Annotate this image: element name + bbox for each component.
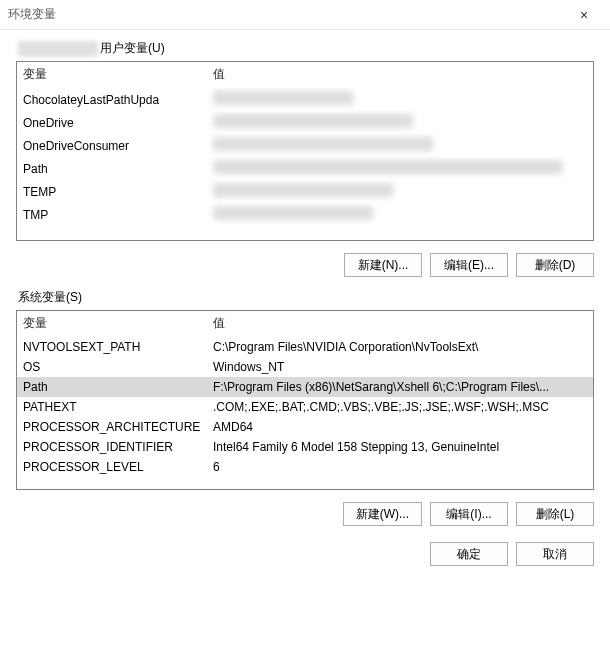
variable-value: 6 — [207, 457, 593, 477]
user-new-button[interactable]: 新建(N)... — [344, 253, 422, 277]
table-row[interactable]: Path — [17, 157, 593, 180]
table-row[interactable]: TEMP — [17, 180, 593, 203]
table-row[interactable]: OneDrive — [17, 111, 593, 134]
system-variables-table: 变量 值 NVTOOLSEXT_PATHC:\Program Files\NVI… — [16, 310, 594, 490]
variable-name: NVTOOLSEXT_PATH — [17, 337, 207, 358]
window-title: 环境变量 — [8, 6, 56, 23]
user-edit-button[interactable]: 编辑(E)... — [430, 253, 508, 277]
variable-value-redacted — [207, 157, 593, 180]
variable-name: TEMP — [17, 180, 207, 203]
variable-value: C:\Program Files\NVIDIA Corporation\NvTo… — [207, 337, 593, 358]
variable-value: Windows_NT — [207, 357, 593, 377]
table-row[interactable]: OneDriveConsumer — [17, 134, 593, 157]
close-button[interactable]: × — [562, 0, 606, 30]
variable-name: ChocolateyLastPathUpda — [17, 88, 207, 112]
variable-value-redacted — [207, 111, 593, 134]
user-table-scroll[interactable]: 变量 值 ChocolateyLastPathUpdaOneDriveOneDr… — [17, 62, 593, 240]
system-table-scroll[interactable]: 变量 值 NVTOOLSEXT_PATHC:\Program Files\NVI… — [17, 311, 593, 489]
user-table-header-name[interactable]: 变量 — [17, 62, 207, 88]
variable-name: PATHEXT — [17, 397, 207, 417]
variable-name: PROCESSOR_IDENTIFIER — [17, 437, 207, 457]
table-row[interactable]: ChocolateyLastPathUpda — [17, 88, 593, 112]
table-row[interactable]: NVTOOLSEXT_PATHC:\Program Files\NVIDIA C… — [17, 337, 593, 358]
system-table-header-name[interactable]: 变量 — [17, 311, 207, 337]
variable-value: AMD64 — [207, 417, 593, 437]
table-row[interactable]: OSWindows_NT — [17, 357, 593, 377]
user-delete-button[interactable]: 删除(D) — [516, 253, 594, 277]
system-delete-button[interactable]: 删除(L) — [516, 502, 594, 526]
ok-button[interactable]: 确定 — [430, 542, 508, 566]
system-section-label: 系统变量(S) — [16, 289, 594, 306]
close-icon: × — [580, 7, 588, 23]
user-section-label-text: 用户变量(U) — [100, 40, 165, 57]
variable-value: F:\Program Files (x86)\NetSarang\Xshell … — [207, 377, 593, 397]
variable-value-redacted — [207, 134, 593, 157]
variable-value: Intel64 Family 6 Model 158 Stepping 13, … — [207, 437, 593, 457]
table-row[interactable]: PATHEXT.COM;.EXE;.BAT;.CMD;.VBS;.VBE;.JS… — [17, 397, 593, 417]
variable-value-redacted — [207, 203, 593, 226]
system-variables-section: 系统变量(S) 变量 值 NVTOOLSEXT_PATHC:\Program F… — [16, 289, 594, 526]
system-edit-button[interactable]: 编辑(I)... — [430, 502, 508, 526]
variable-name: Path — [17, 157, 207, 180]
table-row[interactable]: PROCESSOR_IDENTIFIERIntel64 Family 6 Mod… — [17, 437, 593, 457]
table-row[interactable]: PathF:\Program Files (x86)\NetSarang\Xsh… — [17, 377, 593, 397]
variable-value-redacted — [207, 180, 593, 203]
table-row[interactable]: PROCESSOR_LEVEL6 — [17, 457, 593, 477]
user-section-label: 用户变量(U) — [16, 40, 594, 57]
system-table-header-value[interactable]: 值 — [207, 311, 593, 337]
table-row[interactable]: PROCESSOR_ARCHITECTUREAMD64 — [17, 417, 593, 437]
variable-name: PROCESSOR_LEVEL — [17, 457, 207, 477]
variable-name: Path — [17, 377, 207, 397]
variable-name: OneDriveConsumer — [17, 134, 207, 157]
variable-name: PROCESSOR_ARCHITECTURE — [17, 417, 207, 437]
variable-name: OS — [17, 357, 207, 377]
user-variables-section: 用户变量(U) 变量 值 ChocolateyLastPathUpdaOneDr… — [16, 40, 594, 277]
variable-name: TMP — [17, 203, 207, 226]
cancel-button[interactable]: 取消 — [516, 542, 594, 566]
variable-value-redacted — [207, 88, 593, 112]
variable-value: .COM;.EXE;.BAT;.CMD;.VBS;.VBE;.JS;.JSE;.… — [207, 397, 593, 417]
variable-name: OneDrive — [17, 111, 207, 134]
user-variables-table: 变量 值 ChocolateyLastPathUpdaOneDriveOneDr… — [16, 61, 594, 241]
redacted-username — [18, 41, 98, 57]
system-new-button[interactable]: 新建(W)... — [343, 502, 422, 526]
user-table-header-value[interactable]: 值 — [207, 62, 593, 88]
table-row[interactable]: TMP — [17, 203, 593, 226]
